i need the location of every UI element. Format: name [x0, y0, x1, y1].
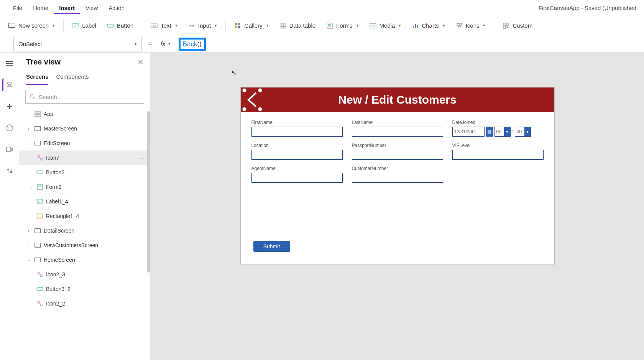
submit-button[interactable]: Submit	[253, 241, 290, 252]
tree-label: App	[44, 111, 53, 117]
tree-node-button3-2[interactable]: Button3_2	[19, 282, 150, 296]
custom-icon	[503, 22, 509, 29]
tree-node-form2[interactable]: › Form2	[19, 180, 150, 194]
rail-insert[interactable]	[3, 100, 16, 113]
minute-dropdown[interactable]: 00▾	[515, 127, 531, 137]
rail-media[interactable]	[3, 143, 16, 156]
passport-input[interactable]	[352, 150, 443, 160]
tree-label: ViewCustomersScreen	[44, 242, 98, 248]
forms-button[interactable]: Forms ▾	[322, 20, 363, 31]
screen-icon	[34, 256, 41, 264]
label-button[interactable]: Label	[67, 20, 101, 31]
tree-node-icon2-3[interactable]: Icon2_3	[19, 267, 150, 282]
selection-handle[interactable]	[242, 107, 246, 111]
rail-tree-view[interactable]	[2, 78, 15, 91]
gallery-button[interactable]: Gallery ▾	[230, 20, 273, 31]
custom-button[interactable]: Custom	[498, 20, 537, 31]
tree-node-homescreen[interactable]: ⌄ HomeScreen	[19, 253, 150, 267]
field-label: Location	[251, 143, 343, 148]
more-icon[interactable]: ···	[137, 155, 144, 161]
firstname-input[interactable]	[251, 127, 343, 137]
tree-node-rectangle1-4[interactable]: Rectangle1_4	[19, 209, 150, 223]
menu-file[interactable]: File	[8, 2, 28, 14]
tab-components[interactable]: Components	[56, 71, 89, 85]
menu-insert[interactable]: Insert	[54, 2, 80, 14]
vip-input[interactable]	[452, 150, 544, 160]
chevron-down-icon: ▾	[504, 127, 510, 136]
media-label: Media	[380, 22, 395, 29]
caret-right-icon: ›	[26, 243, 31, 248]
icons-button[interactable]: Icons ▾	[451, 20, 490, 31]
ribbon-separator	[63, 20, 64, 31]
tree-node-app[interactable]: App	[19, 107, 150, 121]
charts-button[interactable]: Charts ▾	[407, 20, 449, 31]
close-icon[interactable]: ✕	[138, 58, 143, 66]
canvas-form: FirstName LastName DateJoined 12/31/2001…	[241, 112, 554, 190]
lastname-input[interactable]	[352, 127, 443, 137]
caret-down-icon: ⌄	[26, 141, 31, 146]
media-button[interactable]: Media ▾	[365, 20, 406, 31]
canvas-area[interactable]: ↖ New / Edit Customers FirstName L	[151, 53, 644, 360]
caret-down-icon: ⌄	[26, 258, 31, 263]
formula-parens: ()	[197, 40, 202, 48]
hour-dropdown[interactable]: 00▾	[495, 127, 511, 137]
input-button[interactable]: Input ▾	[184, 20, 222, 31]
rail-hamburger[interactable]	[3, 57, 16, 70]
svg-point-49	[30, 94, 34, 98]
icons-label: Icons	[466, 22, 480, 29]
tree-node-label1-4[interactable]: Label1_4	[19, 194, 150, 209]
svg-rect-56	[35, 141, 41, 145]
selection-handle[interactable]	[258, 107, 262, 111]
scrollbar-thumb[interactable]	[147, 111, 150, 272]
formula-input[interactable]: Back()	[176, 37, 644, 51]
tree-label: Icon2_3	[46, 271, 65, 277]
tree-node-viewcustomersscreen[interactable]: › ViewCustomersScreen	[19, 238, 150, 253]
menu-view[interactable]: View	[80, 2, 103, 14]
tree-node-icon7[interactable]: Icon7 ···	[19, 150, 150, 165]
chevron-down-icon: ▾	[399, 23, 401, 28]
property-value: OnSelect	[18, 41, 42, 47]
app-canvas[interactable]: New / Edit Customers FirstName LastName …	[241, 88, 554, 264]
selection-handle[interactable]	[242, 88, 246, 92]
tab-screens[interactable]: Screens	[26, 71, 48, 85]
tree-search-input[interactable]: Search	[25, 90, 144, 104]
gallery-icon	[234, 22, 241, 29]
fx-button[interactable]: fx ▾	[158, 40, 172, 48]
tree-node-detailscreen[interactable]: › DetailScreen	[19, 223, 150, 238]
fx-label: fx	[161, 40, 166, 48]
svg-marker-29	[458, 26, 461, 28]
custnum-input[interactable]	[352, 173, 443, 183]
agent-input[interactable]	[251, 173, 343, 183]
rectangle-control-icon	[36, 212, 44, 220]
new-screen-button[interactable]: New screen ▾	[4, 20, 59, 31]
menu-home[interactable]: Home	[28, 2, 54, 14]
location-input[interactable]	[251, 150, 343, 160]
svg-rect-65	[37, 214, 43, 218]
tree-label: EditScreen	[44, 140, 70, 146]
svg-rect-44	[11, 148, 13, 150]
property-selector[interactable]: OnSelect ▾	[13, 37, 142, 51]
formula-highlight-box: Back()	[179, 38, 206, 51]
selection-handle[interactable]	[258, 88, 262, 92]
menu-action[interactable]: Action	[103, 2, 130, 14]
tree-node-button2[interactable]: Button2	[19, 165, 150, 180]
button-button[interactable]: Button	[102, 20, 138, 31]
tree-node-editscreen[interactable]: ⌄ EditScreen	[19, 136, 150, 150]
text-button[interactable]: Ab Text ▾	[146, 20, 182, 31]
field-label: FirstName	[251, 120, 343, 125]
rail-advanced[interactable]	[3, 164, 16, 177]
app-icon	[34, 110, 41, 118]
chevron-down-icon: ▾	[175, 23, 177, 28]
field-label: PassportNumber	[352, 143, 443, 148]
tree-node-icon2-2[interactable]: Icon2_2	[19, 296, 150, 311]
svg-rect-13	[238, 26, 240, 28]
data-table-button[interactable]: Data table	[275, 20, 320, 31]
svg-point-69	[38, 272, 40, 274]
tree-node-masterscreen[interactable]: › MasterScreen	[19, 121, 150, 136]
svg-rect-14	[280, 23, 286, 28]
rail-data[interactable]	[3, 121, 16, 134]
svg-marker-39	[7, 84, 12, 87]
date-input[interactable]: 12/31/2001	[452, 127, 485, 137]
svg-rect-66	[35, 229, 41, 233]
calendar-icon[interactable]: ▦	[486, 127, 493, 137]
